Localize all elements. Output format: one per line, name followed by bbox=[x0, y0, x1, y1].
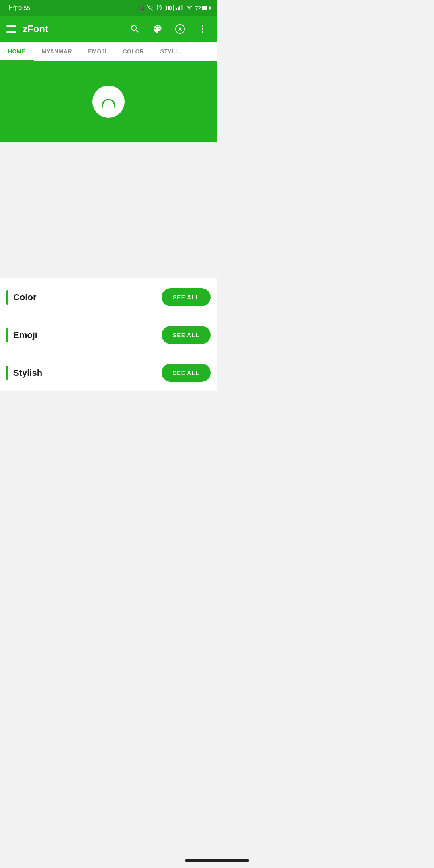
section-bar-color bbox=[6, 290, 8, 305]
tab-color[interactable]: COLOR bbox=[115, 42, 152, 61]
status-time: 上午9:55 bbox=[6, 4, 30, 12]
signal-icon bbox=[176, 5, 183, 12]
banner bbox=[0, 61, 217, 142]
svg-point-12 bbox=[202, 31, 203, 33]
section-label-color: Color bbox=[13, 292, 36, 303]
svg-rect-1 bbox=[178, 7, 179, 10]
status-icons: 🎧 HD bbox=[138, 4, 211, 12]
font-change-icon[interactable]: A bbox=[172, 21, 188, 37]
headphone-icon: 🎧 bbox=[138, 5, 145, 11]
svg-rect-7 bbox=[202, 6, 207, 10]
svg-point-11 bbox=[202, 28, 203, 30]
svg-rect-6 bbox=[210, 7, 211, 9]
section-left-emoji: Emoji bbox=[6, 328, 37, 342]
content-spacer bbox=[0, 142, 217, 278]
menu-icon[interactable] bbox=[6, 25, 16, 33]
status-bar: 上午9:55 🎧 HD bbox=[0, 0, 217, 16]
svg-point-10 bbox=[202, 25, 203, 27]
banner-logo bbox=[92, 86, 125, 118]
see-all-color-button[interactable]: SEE ALL bbox=[162, 288, 211, 306]
tab-home[interactable]: HOME bbox=[0, 42, 34, 61]
section-left-color: Color bbox=[6, 290, 36, 305]
mute-icon bbox=[147, 4, 154, 12]
battery-icon: 72 bbox=[195, 5, 211, 11]
wifi-icon bbox=[186, 5, 193, 12]
see-all-stylish-button[interactable]: SEE ALL bbox=[162, 364, 211, 382]
section-bar-stylish bbox=[6, 366, 8, 380]
section-label-emoji: Emoji bbox=[13, 330, 37, 340]
more-icon[interactable] bbox=[194, 21, 211, 37]
svg-rect-4 bbox=[182, 5, 183, 10]
search-icon[interactable] bbox=[127, 21, 143, 37]
section-list: Color SEE ALL Emoji SEE ALL Stylish SEE … bbox=[0, 278, 217, 391]
content-area: Color SEE ALL Emoji SEE ALL Stylish SEE … bbox=[0, 142, 217, 391]
see-all-emoji-button[interactable]: SEE ALL bbox=[162, 326, 211, 344]
section-label-stylish: Stylish bbox=[13, 368, 42, 378]
tab-myanmar[interactable]: MYANMAR bbox=[34, 42, 80, 61]
svg-rect-2 bbox=[179, 6, 180, 10]
tab-emoji[interactable]: EMOJI bbox=[80, 42, 115, 61]
section-left-stylish: Stylish bbox=[6, 366, 42, 380]
palette-icon[interactable] bbox=[149, 21, 166, 37]
svg-text:A: A bbox=[178, 27, 182, 32]
hd-icon: HD bbox=[165, 5, 174, 11]
section-row-stylish: Stylish SEE ALL bbox=[6, 354, 211, 391]
section-row-emoji: Emoji SEE ALL bbox=[6, 316, 211, 354]
tab-stylish[interactable]: STYLI... bbox=[152, 42, 190, 61]
app-bar: zFont A bbox=[0, 16, 217, 42]
svg-rect-0 bbox=[176, 8, 177, 10]
section-bar-emoji bbox=[6, 328, 8, 342]
tab-bar: HOME MYANMAR EMOJI COLOR STYLI... bbox=[0, 42, 217, 61]
app-title: zFont bbox=[23, 23, 121, 35]
alarm-icon bbox=[156, 4, 162, 12]
svg-rect-3 bbox=[181, 5, 182, 10]
section-row-color: Color SEE ALL bbox=[6, 278, 211, 316]
